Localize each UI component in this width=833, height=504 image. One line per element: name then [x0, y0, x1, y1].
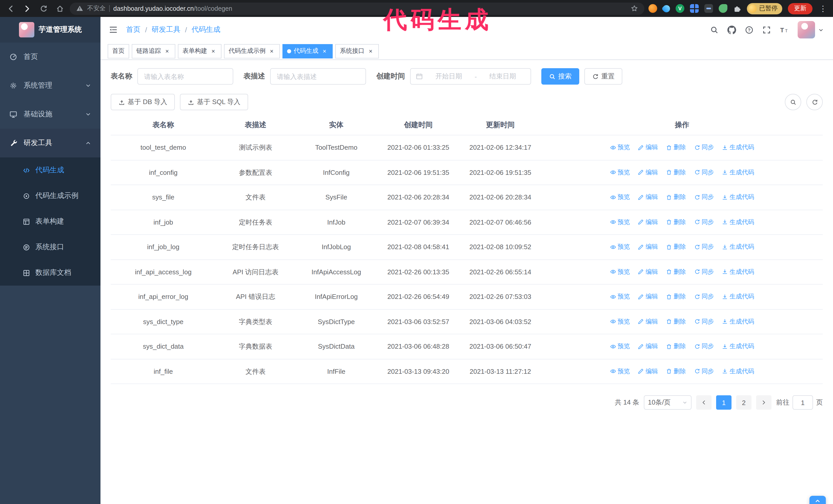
sync-link[interactable]: 同步 — [694, 267, 714, 276]
delete-link[interactable]: 删除 — [666, 218, 686, 226]
breadcrumb-home[interactable]: 首页 — [126, 25, 140, 34]
extension-dark-icon[interactable] — [704, 4, 713, 13]
generate-code-link[interactable]: 生成代码 — [722, 367, 754, 376]
search-icon[interactable] — [710, 25, 719, 34]
sync-link[interactable]: 同步 — [694, 143, 714, 152]
delete-link[interactable]: 删除 — [666, 317, 686, 326]
address-bar[interactable]: 不安全 dashboard.yudao.iocoder.cn/tool/code… — [70, 2, 644, 15]
edit-link[interactable]: 编辑 — [638, 317, 658, 326]
refresh-table-button[interactable] — [806, 94, 823, 110]
preview-link[interactable]: 预览 — [610, 168, 630, 177]
tab[interactable]: 首页 — [108, 44, 129, 58]
github-icon[interactable] — [728, 25, 736, 34]
prev-page-button[interactable] — [696, 395, 712, 410]
delete-link[interactable]: 删除 — [666, 267, 686, 276]
sync-link[interactable]: 同步 — [694, 367, 714, 376]
sync-link[interactable]: 同步 — [694, 193, 714, 201]
delete-link[interactable]: 删除 — [666, 242, 686, 251]
fullscreen-icon[interactable] — [762, 25, 771, 34]
sidebar-item-infra[interactable]: 基础设施 — [0, 100, 100, 129]
table-desc-input[interactable] — [270, 68, 366, 85]
delete-link[interactable]: 删除 — [666, 143, 686, 152]
preview-link[interactable]: 预览 — [610, 242, 630, 251]
edit-link[interactable]: 编辑 — [638, 218, 658, 226]
generate-code-link[interactable]: 生成代码 — [722, 168, 754, 177]
sync-link[interactable]: 同步 — [694, 317, 714, 326]
page-button-1[interactable]: 1 — [716, 395, 732, 410]
delete-link[interactable]: 删除 — [666, 292, 686, 301]
extension-orange-icon[interactable] — [648, 4, 657, 13]
fold-sidebar-icon[interactable] — [109, 25, 118, 34]
edit-link[interactable]: 编辑 — [638, 168, 658, 177]
tab[interactable]: 代码生成示例 × — [224, 44, 280, 58]
generate-code-link[interactable]: 生成代码 — [722, 193, 754, 201]
sidebar-item-db-doc[interactable]: 数据库文档 — [0, 260, 100, 286]
preview-link[interactable]: 预览 — [610, 317, 630, 326]
tab-close-icon[interactable]: × — [367, 47, 374, 55]
tab-close-icon[interactable]: × — [268, 47, 275, 55]
extension-drop-icon[interactable] — [661, 3, 671, 14]
edit-link[interactable]: 编辑 — [638, 143, 658, 152]
edit-link[interactable]: 编辑 — [638, 242, 658, 251]
generate-code-link[interactable]: 生成代码 — [722, 242, 754, 251]
edit-link[interactable]: 编辑 — [638, 342, 658, 351]
preview-link[interactable]: 预览 — [610, 367, 630, 376]
update-button[interactable]: 更新 — [788, 3, 812, 14]
preview-link[interactable]: 预览 — [610, 292, 630, 301]
generate-code-link[interactable]: 生成代码 — [722, 218, 754, 226]
date-start-placeholder[interactable]: 开始日期 — [426, 72, 472, 81]
tab-close-icon[interactable]: × — [321, 47, 328, 55]
preview-link[interactable]: 预览 — [610, 342, 630, 351]
help-icon[interactable]: ? — [745, 25, 754, 34]
generate-code-link[interactable]: 生成代码 — [722, 342, 754, 351]
sync-link[interactable]: 同步 — [694, 292, 714, 301]
search-button[interactable]: 搜索 — [541, 68, 579, 85]
tab[interactable]: 表单构建 × — [178, 44, 221, 58]
sidebar-item-api[interactable]: 系统接口 — [0, 234, 100, 260]
sync-link[interactable]: 同步 — [694, 168, 714, 177]
extension-leaf-icon[interactable] — [719, 4, 728, 13]
breadcrumb-devtools[interactable]: 研发工具 — [152, 25, 181, 34]
sidebar-item-home[interactable]: 首页 — [0, 43, 100, 71]
profile-paused-chip[interactable]: 已暂停 — [747, 3, 782, 14]
sidebar-item-codegen-example[interactable]: 代码生成示例 — [0, 183, 100, 209]
next-page-button[interactable] — [756, 395, 771, 410]
tab-close-icon[interactable]: × — [210, 47, 217, 55]
page-size-select[interactable]: 10条/页 — [644, 395, 691, 410]
tab[interactable]: 链路追踪 × — [132, 44, 175, 58]
extensions-puzzle-icon[interactable] — [733, 4, 741, 13]
date-range-picker[interactable]: 开始日期 - 结束日期 — [410, 68, 531, 85]
sync-link[interactable]: 同步 — [694, 218, 714, 226]
browser-menu-icon[interactable]: ⋮ — [818, 4, 828, 13]
edit-link[interactable]: 编辑 — [638, 292, 658, 301]
reset-button[interactable]: 重置 — [585, 68, 622, 85]
back-button[interactable] — [5, 3, 17, 14]
sidebar-item-system[interactable]: 系统管理 — [0, 71, 100, 100]
preview-link[interactable]: 预览 — [610, 143, 630, 152]
back-to-top-button[interactable] — [809, 496, 826, 504]
generate-code-link[interactable]: 生成代码 — [722, 317, 754, 326]
delete-link[interactable]: 删除 — [666, 367, 686, 376]
sync-link[interactable]: 同步 — [694, 242, 714, 251]
preview-link[interactable]: 预览 — [610, 218, 630, 226]
font-size-icon[interactable]: TT — [780, 25, 789, 34]
delete-link[interactable]: 删除 — [666, 193, 686, 201]
reload-button[interactable] — [38, 3, 49, 14]
preview-link[interactable]: 预览 — [610, 267, 630, 276]
table-name-input[interactable] — [137, 68, 233, 85]
generate-code-link[interactable]: 生成代码 — [722, 292, 754, 301]
delete-link[interactable]: 删除 — [666, 168, 686, 177]
edit-link[interactable]: 编辑 — [638, 367, 658, 376]
preview-link[interactable]: 预览 — [610, 193, 630, 201]
import-sql-button[interactable]: 基于 SQL 导入 — [180, 94, 248, 110]
edit-link[interactable]: 编辑 — [638, 267, 658, 276]
import-db-button[interactable]: 基于 DB 导入 — [111, 94, 175, 110]
generate-code-link[interactable]: 生成代码 — [722, 143, 754, 152]
tab-close-icon[interactable]: × — [164, 47, 171, 55]
tab[interactable]: 系统接口 × — [335, 44, 379, 58]
forward-button[interactable] — [22, 3, 33, 14]
avatar-dropdown[interactable] — [798, 21, 824, 39]
toggle-search-button[interactable] — [785, 94, 801, 110]
sync-link[interactable]: 同步 — [694, 342, 714, 351]
sidebar-item-form-builder[interactable]: 表单构建 — [0, 209, 100, 234]
